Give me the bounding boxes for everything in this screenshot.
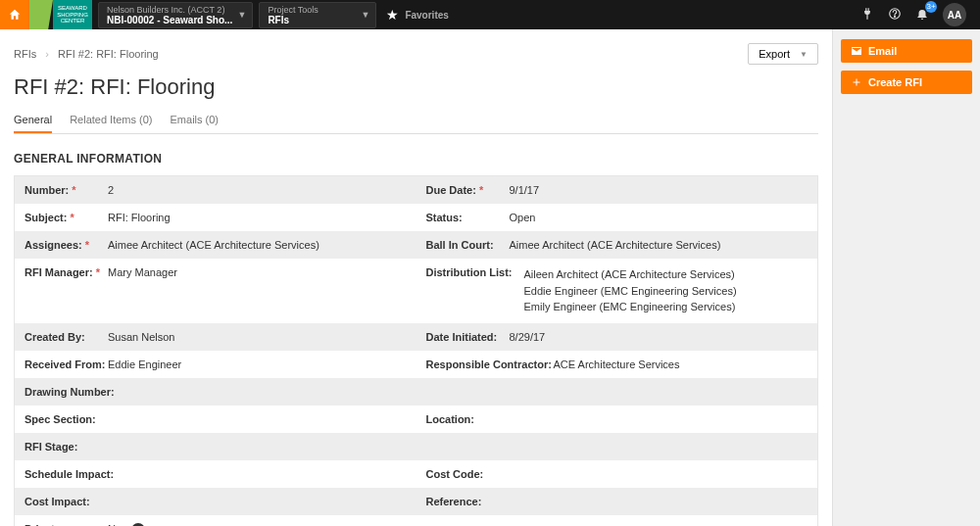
label-schedule-impact: Schedule Impact:	[24, 468, 122, 480]
favorites-label: Favorites	[405, 10, 488, 21]
help-icon[interactable]	[888, 7, 902, 24]
logo-accent	[29, 0, 53, 29]
caret-down-icon: ▼	[800, 50, 808, 59]
label-assignees: Assignees:	[24, 239, 108, 251]
value-subject: RFI: Flooring	[108, 212, 171, 223]
tools-dropdown[interactable]: Project Tools RFIs ▼	[259, 2, 376, 28]
notifications-button[interactable]: 3+	[915, 7, 929, 24]
label-subject: Subject:	[24, 212, 108, 223]
home-icon	[8, 8, 22, 22]
label-rfi-stage: RFI Stage:	[24, 441, 108, 453]
label-drawing-number: Drawing Number:	[24, 386, 132, 398]
topbar: SEAWARD SHOPPING CENTER Nelson Builders …	[0, 0, 980, 29]
label-spec-section: Spec Section:	[24, 413, 108, 425]
label-private: Private:	[24, 523, 108, 527]
main-content: RFIs › RFI #2: RFI: Flooring Export ▼ RF…	[0, 29, 833, 526]
value-number: 2	[108, 184, 114, 196]
plug-icon[interactable]	[860, 7, 874, 24]
tabs: General Related Items (0) Emails (0)	[14, 108, 818, 134]
star-icon: ★	[386, 7, 399, 23]
dist-item: Emily Engineer (EMC Engineering Services…	[524, 299, 737, 315]
email-button[interactable]: Email	[841, 39, 972, 63]
chevron-right-icon: ›	[45, 48, 49, 60]
project-name: NBI-00002 - Seaward Sho...	[107, 15, 232, 25]
value-date-initiated: 8/29/17	[510, 331, 546, 343]
label-rfi-manager: RFI Manager:	[24, 266, 108, 278]
value-status: Open	[510, 212, 536, 223]
tab-emails[interactable]: Emails (0)	[171, 108, 220, 133]
breadcrumb: RFIs › RFI #2: RFI: Flooring	[14, 48, 159, 60]
label-created-by: Created By:	[24, 331, 108, 343]
home-button[interactable]	[0, 0, 29, 29]
dist-item: Eddie Engineer (EMC Engineering Services…	[524, 283, 737, 300]
logo-text: SEAWARD SHOPPING CENTER	[53, 0, 92, 29]
section-heading: GENERAL INFORMATION	[14, 152, 818, 166]
notification-badge: 3+	[925, 1, 937, 13]
envelope-icon	[851, 45, 862, 57]
value-private: No	[108, 523, 122, 527]
value-created-by: Susan Nelson	[108, 331, 175, 343]
tab-related-items[interactable]: Related Items (0)	[70, 108, 152, 133]
label-received-from: Received From:	[24, 359, 108, 370]
label-number: Number:	[24, 184, 108, 196]
label-reference: Reference:	[426, 496, 510, 507]
breadcrumb-current: RFI #2: RFI: Flooring	[58, 48, 159, 60]
export-button[interactable]: Export ▼	[748, 43, 818, 65]
project-logo[interactable]: SEAWARD SHOPPING CENTER	[29, 0, 92, 29]
label-cost-impact: Cost Impact:	[24, 496, 108, 507]
value-responsible-contractor: ACE Architecture Services	[554, 359, 680, 370]
value-rfi-manager: Mary Manager	[108, 266, 177, 278]
label-status: Status:	[426, 212, 510, 223]
value-ball-in-court: Aimee Architect (ACE Architecture Servic…	[510, 239, 721, 251]
value-assignees: Aimee Architect (ACE Architecture Servic…	[108, 239, 319, 251]
sidebar-actions: Email Create RFI	[833, 29, 980, 526]
value-received-from: Eddie Engineer	[108, 359, 181, 370]
tab-general[interactable]: General	[14, 108, 52, 133]
favorites[interactable]: ★ Favorites	[386, 7, 488, 23]
tools-label: Project Tools	[268, 5, 356, 15]
label-ball-in-court: Ball In Court:	[426, 239, 510, 251]
project-dropdown[interactable]: Nelson Builders Inc. (ACCT 2) NBI-00002 …	[98, 2, 253, 28]
caret-down-icon: ▼	[237, 10, 246, 20]
value-distribution-list: Aileen Architect (ACE Architecture Servi…	[524, 266, 737, 315]
dist-item: Aileen Architect (ACE Architecture Servi…	[524, 266, 737, 283]
create-rfi-button[interactable]: Create RFI	[841, 71, 972, 94]
create-rfi-label: Create RFI	[868, 76, 922, 88]
label-responsible-contractor: Responsible Contractor:	[426, 359, 554, 370]
label-due-date: Due Date:	[426, 184, 510, 196]
info-table: Number:2 Due Date:9/1/17 Subject:RFI: Fl…	[14, 175, 818, 526]
plus-icon	[851, 76, 862, 88]
label-date-initiated: Date Initiated:	[426, 331, 510, 343]
label-location: Location:	[426, 413, 510, 425]
label-cost-code: Cost Code:	[426, 468, 510, 480]
email-label: Email	[868, 45, 897, 57]
page-title: RFI #2: RFI: Flooring	[14, 74, 818, 100]
help-tooltip-icon[interactable]: ?	[131, 523, 145, 527]
tools-value: RFIs	[268, 15, 356, 25]
value-due-date: 9/1/17	[510, 184, 540, 196]
caret-down-icon: ▼	[361, 10, 369, 20]
company-name: Nelson Builders Inc. (ACCT 2)	[107, 5, 232, 15]
svg-point-1	[895, 16, 896, 17]
label-distribution-list: Distribution List:	[426, 266, 524, 278]
export-label: Export	[759, 48, 790, 60]
user-avatar[interactable]: AA	[943, 3, 966, 26]
breadcrumb-root[interactable]: RFIs	[14, 48, 36, 60]
